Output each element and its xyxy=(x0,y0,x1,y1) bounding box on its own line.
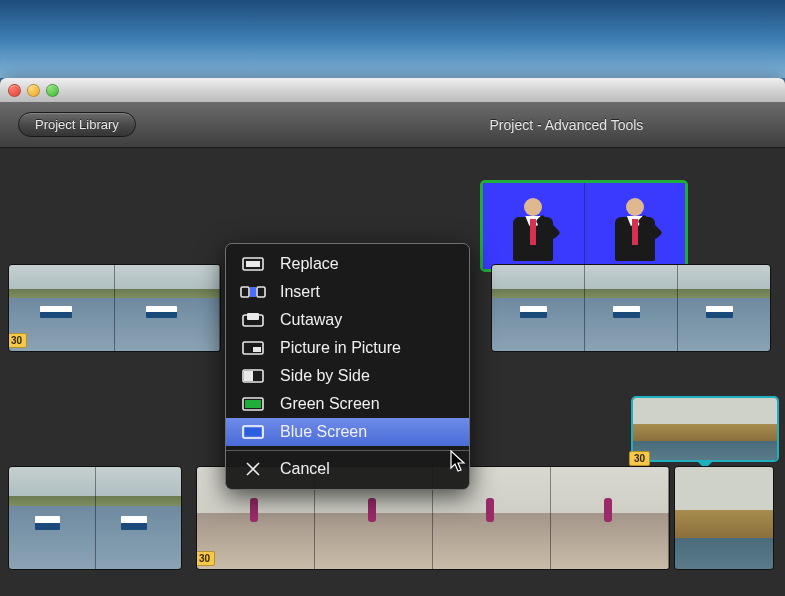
svg-rect-1 xyxy=(246,261,260,267)
duration-badge: 30 xyxy=(8,333,27,348)
menu-item-picture-in-picture[interactable]: Picture in Picture xyxy=(226,334,469,362)
menu-item-side-by-side[interactable]: Side by Side xyxy=(226,362,469,390)
menu-item-label: Insert xyxy=(280,283,320,301)
menu-item-label: Picture in Picture xyxy=(280,339,401,357)
menu-item-label: Green Screen xyxy=(280,395,380,413)
svg-rect-12 xyxy=(245,400,261,408)
menu-item-label: Cancel xyxy=(280,460,330,478)
clip-ferry-3[interactable] xyxy=(8,466,182,570)
project-title: Project - Advanced Tools xyxy=(366,117,767,133)
menu-separator xyxy=(226,450,469,451)
menu-item-label: Side by Side xyxy=(280,367,370,385)
toolbar: Project Library Project - Advanced Tools xyxy=(0,102,785,148)
menu-item-insert[interactable]: Insert xyxy=(226,278,469,306)
menu-item-replace[interactable]: Replace xyxy=(226,250,469,278)
menu-item-label: Replace xyxy=(280,255,339,273)
menu-item-cutaway[interactable]: Cutaway xyxy=(226,306,469,334)
project-timeline-area[interactable]: 30 30 30 xyxy=(0,148,785,596)
desktop-background xyxy=(0,0,785,78)
svg-rect-4 xyxy=(257,287,265,297)
drop-context-menu: Replace Insert Cutaway Picture in Pictur… xyxy=(225,243,470,490)
minimize-icon[interactable] xyxy=(27,84,40,97)
menu-item-label: Blue Screen xyxy=(280,423,367,441)
svg-rect-10 xyxy=(244,371,253,381)
replace-icon xyxy=(240,255,266,273)
insert-icon xyxy=(240,283,266,301)
selected-clip[interactable]: 30 xyxy=(631,396,779,462)
cancel-icon xyxy=(240,460,266,478)
clip-ferry-1[interactable]: 30 xyxy=(8,264,221,352)
pip-icon xyxy=(240,339,266,357)
svg-rect-2 xyxy=(241,287,249,297)
window-titlebar[interactable] xyxy=(0,78,785,102)
zoom-icon[interactable] xyxy=(46,84,59,97)
menu-item-label: Cutaway xyxy=(280,311,342,329)
menu-item-green-screen[interactable]: Green Screen xyxy=(226,390,469,418)
clip-ferry-2[interactable] xyxy=(491,264,771,352)
close-icon[interactable] xyxy=(8,84,21,97)
duration-badge: 30 xyxy=(196,551,215,566)
blue-screen-icon xyxy=(240,423,266,441)
svg-rect-6 xyxy=(247,313,259,320)
cutaway-icon xyxy=(240,311,266,329)
menu-item-blue-screen[interactable]: Blue Screen xyxy=(226,418,469,446)
svg-rect-8 xyxy=(253,347,261,352)
project-library-button[interactable]: Project Library xyxy=(18,112,136,137)
menu-item-cancel[interactable]: Cancel xyxy=(226,455,469,483)
side-by-side-icon xyxy=(240,367,266,385)
application-window: Project Library Project - Advanced Tools… xyxy=(0,78,785,596)
svg-rect-14 xyxy=(245,428,261,436)
duration-badge: 30 xyxy=(629,451,650,466)
green-screen-icon xyxy=(240,395,266,413)
clip-cliff[interactable] xyxy=(674,466,774,570)
dragged-clip[interactable] xyxy=(480,180,688,272)
svg-rect-3 xyxy=(250,287,256,297)
